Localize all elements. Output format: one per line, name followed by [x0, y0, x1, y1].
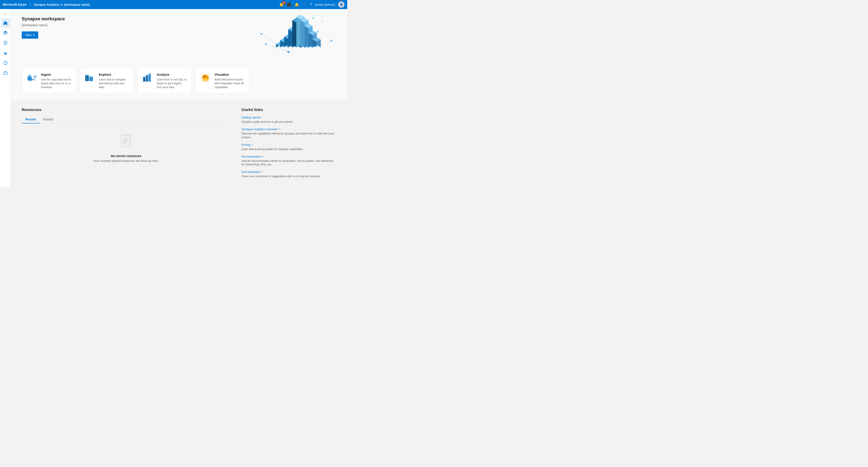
- link-group-0: Getting started Samples, guide and tour …: [241, 116, 336, 124]
- visualize-card-title: Visualize: [215, 72, 245, 76]
- tab-pinned[interactable]: Pinned: [39, 116, 57, 123]
- workspace-name: [workspace name]: [64, 3, 90, 6]
- ingest-card-title: Ingest: [41, 72, 71, 76]
- breadcrumb: Synapse Analytics ▶ [workspace name]: [34, 3, 90, 6]
- help-icon[interactable]: ?: [310, 2, 312, 6]
- give-feedback-desc: Share your comments or suggestions with …: [241, 175, 336, 178]
- hero-section: Synapse workspace [workspace name] New ▾: [11, 9, 347, 68]
- svg-point-54: [306, 13, 307, 14]
- layers-icon: [3, 51, 8, 55]
- notifications-icon[interactable]: 🔔 11: [279, 2, 284, 7]
- useful-links-title: Useful links: [241, 107, 336, 112]
- external-icon-3: ↗: [262, 155, 264, 158]
- getting-started-link[interactable]: Getting started: [241, 116, 336, 119]
- cards-section: Ingest Use the copy data tool to import …: [11, 68, 347, 101]
- getting-started-label: Getting started: [241, 116, 260, 119]
- visualize-card-desc: Build interactive reports with integrate…: [215, 78, 245, 89]
- svg-point-53: [322, 21, 323, 22]
- sidebar-item-manage[interactable]: [1, 68, 10, 77]
- sidebar-toggle[interactable]: »: [3, 11, 7, 17]
- document-icon: [3, 41, 8, 45]
- getting-started-desc: Samples, guide and tour to get you start…: [241, 120, 336, 124]
- avatar[interactable]: 👤: [338, 1, 344, 8]
- sidebar: »: [0, 9, 11, 187]
- empty-state: No recent resources Your recently opened…: [22, 123, 230, 172]
- brand-name: Microsoft Azure: [3, 3, 26, 6]
- useful-links-section: Useful links Getting started Samples, gu…: [241, 107, 336, 182]
- user-icon[interactable]: 👤: [302, 2, 307, 7]
- sidebar-item-integrate[interactable]: [1, 49, 10, 57]
- briefcase-icon: [3, 70, 8, 75]
- breadcrumb-arrow: ▶: [61, 3, 63, 6]
- svg-rect-68: [143, 76, 145, 77]
- svg-rect-60: [85, 75, 89, 76]
- content-area: Synapse workspace [workspace name] New ▾: [11, 9, 347, 187]
- analytics-overview-desc: Discover the capabilities offered by Syn…: [241, 132, 336, 139]
- email-display: [email address]: [315, 3, 335, 6]
- svg-point-17: [330, 39, 333, 42]
- topbar-right: 🔔 11 ⬛ 🔔 👤 ? [email address] 👤: [279, 1, 344, 8]
- explore-card-content: Explore Learn how to navigate and intera…: [99, 72, 129, 89]
- svg-rect-66: [146, 75, 148, 82]
- link-group-3: Documentation ↗ Visit the documentation …: [241, 155, 336, 167]
- hero-illustration: [243, 11, 338, 61]
- svg-rect-69: [146, 75, 148, 76]
- analytics-overview-link[interactable]: Synapse Analytics overview ↗: [241, 127, 336, 131]
- visualize-icon: [200, 72, 211, 84]
- ingest-card-desc: Use the copy data tool to import data on…: [41, 78, 71, 89]
- analyze-card-title: Analyze: [157, 72, 187, 76]
- visualize-card-content: Visualize Build interactive reports with…: [215, 72, 245, 89]
- documentation-link[interactable]: Documentation ↗: [241, 155, 336, 158]
- pricing-desc: Learn about pricing details for Synapse …: [241, 147, 336, 151]
- svg-rect-6: [4, 53, 7, 54]
- service-name: Synapse Analytics: [34, 3, 59, 6]
- svg-rect-5: [4, 52, 7, 53]
- resources-section: Resources Recent Pinned No recent resour…: [11, 101, 347, 187]
- svg-rect-70: [149, 73, 151, 74]
- ingest-icon: [26, 72, 37, 84]
- documentation-label: Documentation: [241, 155, 261, 158]
- new-button-chevron: ▾: [33, 33, 35, 37]
- svg-point-0: [4, 31, 7, 33]
- documentation-desc: Visit the documentation center for quick…: [241, 159, 336, 167]
- give-feedback-link[interactable]: Give feedback ↗: [241, 170, 336, 174]
- ingest-card[interactable]: Ingest Use the copy data tool to import …: [22, 68, 76, 94]
- sidebar-item-monitor[interactable]: [1, 58, 10, 67]
- link-group-1: Synapse Analytics overview ↗ Discover th…: [241, 127, 336, 139]
- analyze-card[interactable]: Analyze Learn how to use SQL or Spark to…: [137, 68, 192, 94]
- explore-card-desc: Learn how to navigate and interact with …: [99, 78, 129, 89]
- tab-recent[interactable]: Recent: [22, 116, 39, 123]
- external-icon-2: ↗: [251, 144, 253, 146]
- sidebar-item-database[interactable]: [1, 29, 10, 37]
- analyze-icon: [142, 72, 153, 84]
- pricing-link[interactable]: Pricing ↗: [241, 143, 336, 147]
- link-group-2: Pricing ↗ Learn about pricing details fo…: [241, 143, 336, 151]
- visualize-card[interactable]: Visualize Build interactive reports with…: [195, 68, 250, 94]
- new-button[interactable]: New ▾: [22, 31, 38, 39]
- resources-left: Resources Recent Pinned No recent resour…: [22, 107, 230, 182]
- svg-rect-67: [149, 74, 151, 82]
- svg-rect-56: [28, 77, 32, 80]
- bell-icon[interactable]: 🔔: [294, 2, 299, 7]
- ingest-card-content: Ingest Use the copy data tool to import …: [41, 72, 71, 89]
- svg-rect-65: [143, 77, 145, 82]
- explore-card-title: Explore: [99, 72, 129, 76]
- monitor-icon: [3, 61, 8, 65]
- sidebar-item-home[interactable]: [1, 19, 10, 28]
- analyze-card-content: Analyze Learn how to use SQL or Spark to…: [157, 72, 187, 89]
- main-layout: »: [0, 9, 347, 187]
- empty-desc: Your recently opened resources will show…: [93, 159, 159, 162]
- notification-badge: 11: [282, 1, 285, 4]
- explore-card[interactable]: Explore Learn how to navigate and intera…: [80, 68, 134, 94]
- brand: Microsoft Azure | Synapse Analytics ▶ [w…: [3, 3, 90, 6]
- sidebar-item-develop[interactable]: [1, 38, 10, 48]
- topbar: Microsoft Azure | Synapse Analytics ▶ [w…: [0, 0, 347, 9]
- database-icon: [3, 31, 8, 35]
- svg-marker-33: [292, 18, 296, 48]
- resources-tabs: Recent Pinned: [22, 116, 230, 123]
- svg-marker-57: [27, 74, 32, 77]
- svg-rect-74: [121, 136, 130, 147]
- feedback-icon[interactable]: ⬛: [287, 2, 291, 7]
- external-icon-4: ↗: [261, 171, 263, 173]
- svg-point-58: [33, 75, 37, 79]
